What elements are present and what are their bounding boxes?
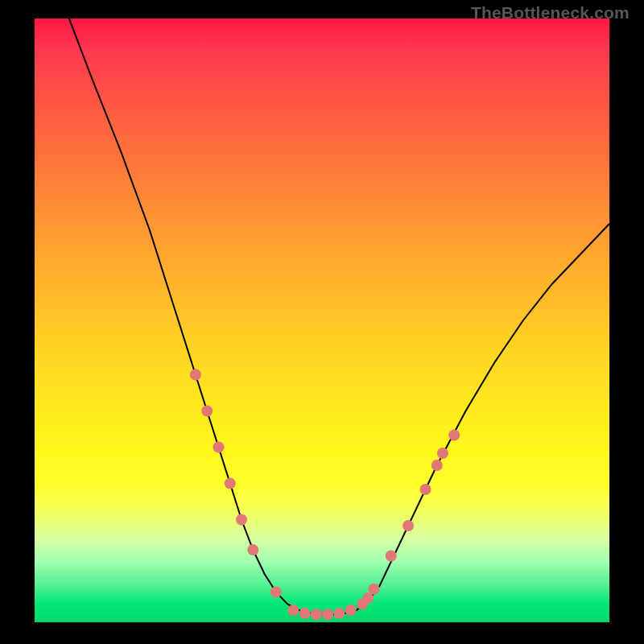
data-marker <box>333 608 345 619</box>
data-marker <box>368 584 379 595</box>
data-marker <box>437 448 448 459</box>
data-marker <box>236 514 247 526</box>
data-marker <box>448 430 460 441</box>
data-marker <box>213 442 225 453</box>
chart-container: TheBottleneck.com <box>0 0 644 644</box>
bottleneck-curve <box>69 19 609 614</box>
data-marker <box>225 478 236 489</box>
data-marker <box>201 406 213 417</box>
data-marker <box>311 609 322 620</box>
data-marker <box>247 544 258 555</box>
watermark: TheBottleneck.com <box>471 3 630 23</box>
data-marker <box>420 484 431 495</box>
data-marker <box>431 460 443 471</box>
data-markers <box>190 369 460 621</box>
data-marker <box>402 520 414 531</box>
data-marker <box>190 369 201 381</box>
data-marker <box>270 587 282 598</box>
data-marker <box>287 605 299 616</box>
data-marker <box>386 551 397 562</box>
data-marker <box>299 608 311 619</box>
plot-area <box>35 19 609 622</box>
data-marker <box>345 605 357 616</box>
data-marker <box>322 609 333 620</box>
curve-svg <box>35 19 609 622</box>
